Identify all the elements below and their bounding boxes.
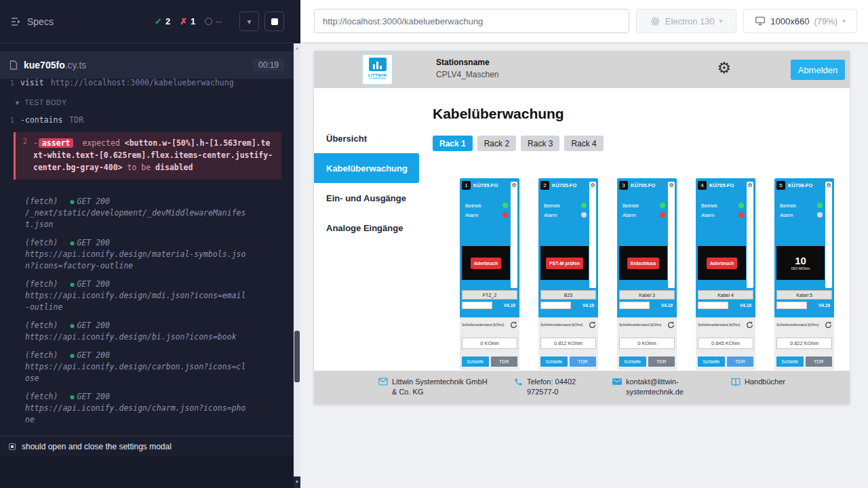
viewport-select[interactable]: 1000x660 (79%) ▾ [743,9,857,33]
alarm-led [581,212,587,218]
alarm-label: Alarm [701,212,715,218]
failed-assert-block[interactable]: 2 -assert expected <button.w-[50%].h-[1.… [14,132,281,180]
settings-gear-icon[interactable]: ⚙ [717,60,731,76]
schleife-button[interactable]: Schleife [462,357,489,367]
scroll-down-arrow[interactable]: ▼ [294,476,300,488]
betrieb-led [817,203,823,208]
viewport-size: 1000x660 [770,16,809,26]
rack-tab[interactable]: Rack 3 [521,136,559,151]
fetch-label: (fetch) [25,391,58,403]
command-contains[interactable]: 1 -contains TDR [0,113,294,128]
stop-button[interactable] [264,12,284,31]
specs-toggle[interactable]: Specs [11,16,54,27]
tdr-button[interactable]: TDR [727,357,754,367]
status-button[interactable]: PST-M prüfen [546,258,583,269]
schleife-button[interactable]: Schleife [540,357,568,367]
refresh-icon[interactable] [667,321,675,329]
schleife-button[interactable]: Schleife [619,357,646,367]
card-scroll-strip [825,182,832,288]
card-gear-icon[interactable]: ⚙ [668,182,675,189]
card-gear-icon[interactable]: ⚙ [825,182,832,189]
card-gear-icon[interactable]: ⚙ [511,182,517,189]
rack-tab[interactable]: Rack 4 [564,136,603,151]
assert-message: -assert expected <button.w-[50%].h-[1.56… [33,137,275,174]
version-input [462,302,492,309]
command-arg: TDR [69,115,83,126]
nav-item[interactable]: Analoge Eingänge [314,213,419,243]
fetch-log: (fetch) ● GET 200 /_next/static/developm… [25,196,281,230]
measurement-panel: Schleifenwiderstand [kOhm] 0.812 KOhm Sc… [538,317,598,370]
logout-button[interactable]: Abmelden [791,60,845,80]
meter-head: Schleifenwiderstand [kOhm] [462,321,517,329]
fetch-log: (fetch) ● GET 200 https://api.iconify.de… [25,279,281,313]
nav-item[interactable]: Übersicht [314,123,419,153]
tdr-button[interactable]: TDR [806,357,833,367]
section-label: TEST BODY [25,99,67,106]
nav-item-label: Übersicht [326,134,367,144]
next-test-row[interactable]: should open and close the settings modal [0,436,294,456]
collapse-button[interactable]: ▾ [239,12,259,31]
url-input[interactable] [314,9,629,33]
fetch-log-head: (fetch) ● GET 200 [25,237,281,249]
refresh-icon[interactable] [509,321,517,329]
spec-file-row[interactable]: kue705fo.cy.ts 00:19 [0,52,294,79]
firmware-version: V4.19 [661,303,675,308]
test-title: should open and close the settings modal [22,442,172,451]
betrieb-label: Betrieb [465,203,481,209]
footer-email[interactable]: kontakt@littwin-systemtechnik.de [612,377,701,397]
browser-toolbar: Electron 130 ▾ 1000x660 (79%) ▾ [300,0,868,42]
reporter-bottom-filler [0,456,294,488]
version-input [776,302,807,309]
schleife-button[interactable]: Schleife [776,357,804,367]
card-number-badge: 4 [698,181,707,190]
status-button[interactable]: Aderbruch [471,258,501,269]
nav-item-label: Ein- und Ausgänge [326,193,406,203]
tdr-button[interactable]: TDR [648,357,675,367]
browser-select[interactable]: Electron 130 ▾ [636,9,736,33]
card-gear-icon[interactable]: ⚙ [747,182,753,189]
tdr-button[interactable]: TDR [491,357,518,367]
status-button[interactable]: Aderbruch [707,258,737,269]
resistance-value: 0 KOhm [462,338,517,349]
chevron-down-icon: ▾ [719,18,723,24]
footer-manuals[interactable]: Handbücher [731,377,785,387]
rack-tab-label: Rack 4 [571,139,596,148]
footer-phone: Telefon: 04402 972577-0 [514,377,592,397]
device-card: 5 KÜ706-FO ⚙ Betrieb Alarm [774,178,834,370]
tdr-button[interactable]: TDR [570,357,597,367]
scrollbar-track[interactable] [294,43,300,476]
command-visit[interactable]: 1 visit http://localhost:3000/kabelueber… [0,79,294,91]
test-body-section[interactable]: ▼ TEST BODY [0,91,294,113]
schleife-button[interactable]: Schleife [698,357,725,367]
rack-tab[interactable]: Rack 1 [433,136,473,151]
cross-icon: ✗ [180,16,187,26]
alarm-led [738,212,744,218]
main-content: Kabelüberwachung Rack 1Rack 2Rack 3Rack … [419,88,850,371]
phone-icon [514,378,523,386]
alarm-label: Alarm [465,212,479,218]
cypress-reporter-panel: Specs ✓2 ✗1 -- ▾ kue705fo.cy.ts 00:19 1 … [0,0,294,488]
meter-head: Schleifenwiderstand [kOhm] [776,321,832,329]
nav-item[interactable]: Kabelüberwachung [314,153,419,183]
device-card: 1 KÜ705-FO ⚙ Betrieb Alarm [460,178,519,370]
status-button[interactable]: Erdschluss [627,258,660,269]
refresh-icon[interactable] [824,321,832,329]
firmware-version: V4.19 [583,303,596,308]
alarm-label: Alarm [623,212,636,218]
rack-tab[interactable]: Rack 2 [477,136,516,151]
fetch-log-head: (fetch) ● GET 200 [25,350,281,361]
scroll-up-arrow[interactable]: ▲ [294,45,300,52]
refresh-icon[interactable] [745,321,753,329]
sidebar-nav: ÜbersichtKabelüberwachungEin- und Ausgän… [314,88,419,371]
scrollbar-thumb[interactable] [294,331,300,382]
card-gear-icon[interactable]: ⚙ [589,182,596,189]
refresh-icon[interactable] [588,321,596,329]
test-icon [9,443,16,450]
card-buttons: Schleife TDR [619,357,675,367]
resistance-label: Schleifenwiderstand [kOhm] [540,323,583,327]
fetch-log: (fetch) ● GET 200 https://api.iconify.de… [25,350,281,384]
test-stats: ✓2 ✗1 -- [155,16,222,26]
zoom-level: (79%) [814,16,837,26]
fetch-url: https://api.iconify.design/mdi.json?icon… [25,290,249,313]
nav-item[interactable]: Ein- und Ausgänge [314,183,419,213]
